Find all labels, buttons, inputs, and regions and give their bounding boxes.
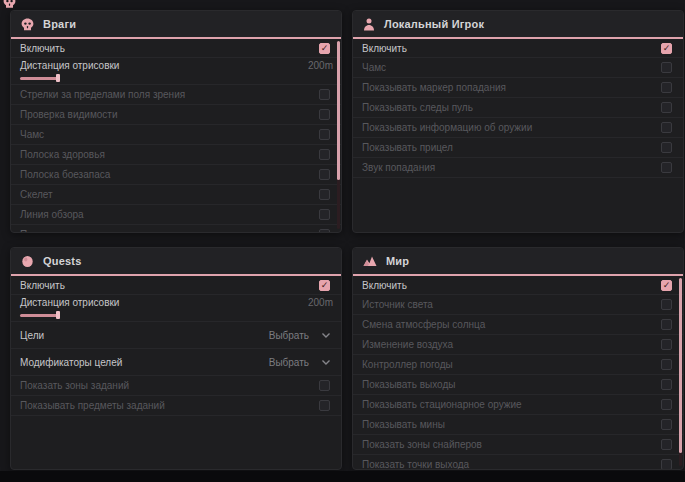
- row-label: Показать зоны заданий: [20, 380, 129, 391]
- settings-row: Контроллер погоды: [353, 355, 683, 375]
- panel-title: Локальный Игрок: [384, 18, 484, 30]
- checkbox[interactable]: [661, 359, 672, 370]
- panel-world: Мир Включить✓Источник светаСмена атмосфе…: [352, 247, 684, 470]
- row-label: Линия обзора: [20, 209, 84, 220]
- settings-row: Показывать стационарное оружие: [353, 395, 683, 415]
- panel-local-player: Локальный Игрок Включить✓ЧамсПоказывать …: [352, 10, 684, 233]
- slider-handle[interactable]: [56, 74, 60, 82]
- settings-row: Полоска здоровья: [11, 145, 341, 165]
- row-label: Включить: [20, 43, 65, 54]
- row-label: Смена атмосферы солнца: [362, 319, 485, 330]
- distance-slider[interactable]: [20, 311, 140, 319]
- checkbox[interactable]: [661, 162, 672, 173]
- slider-row-top: Дистанция отрисовки200m: [20, 60, 333, 71]
- world-icon: [363, 255, 377, 267]
- row-label: Показать зоны снайперов: [362, 439, 482, 450]
- panel-enemies-rows: Включить✓Дистанция отрисовки200mСтрелки …: [11, 39, 341, 233]
- dropdown[interactable]: Выбрать: [269, 357, 331, 368]
- settings-row: Звук попадания: [353, 158, 683, 178]
- settings-row: Дистанция отрисовки200m: [11, 295, 341, 322]
- checkbox[interactable]: [319, 109, 330, 120]
- checkbox[interactable]: ✓: [319, 280, 330, 291]
- settings-row: Включить✓: [353, 276, 683, 295]
- checkbox[interactable]: [319, 229, 330, 233]
- settings-row: Показывать следы пуль: [11, 225, 341, 233]
- checkbox[interactable]: [661, 419, 672, 430]
- checkbox[interactable]: [661, 62, 672, 73]
- bottom-edge: [0, 471, 685, 482]
- row-label: Включить: [20, 280, 65, 291]
- settings-row: Показать точки выхода: [353, 455, 683, 470]
- dropdown-value: Выбрать: [269, 330, 309, 341]
- checkbox[interactable]: [319, 380, 330, 391]
- settings-row: Смена атмосферы солнца: [353, 315, 683, 335]
- player-icon: [363, 18, 375, 31]
- distance-slider[interactable]: [20, 74, 140, 82]
- checkbox[interactable]: ✓: [319, 43, 330, 54]
- checkbox[interactable]: [661, 122, 672, 133]
- slider-handle[interactable]: [56, 311, 60, 319]
- checkbox[interactable]: [661, 82, 672, 93]
- checkbox[interactable]: [319, 89, 330, 100]
- scrollbar-thumb[interactable]: [337, 41, 340, 180]
- row-label: Источник света: [362, 299, 433, 310]
- slider-value: 200m: [308, 297, 333, 308]
- dropdown[interactable]: Выбрать: [269, 330, 331, 341]
- slider-fill: [20, 314, 58, 317]
- checkbox[interactable]: [661, 339, 672, 350]
- row-label: Звук попадания: [362, 162, 435, 173]
- row-label: Показывать маркер попадания: [362, 82, 506, 93]
- cursor-skull-icon: [3, 0, 16, 13]
- chevron-down-icon: [321, 332, 331, 339]
- checkbox[interactable]: [661, 319, 672, 330]
- checkbox[interactable]: [319, 400, 330, 411]
- scrollbar-thumb[interactable]: [679, 278, 682, 453]
- checkbox[interactable]: [661, 142, 672, 153]
- row-label: Скелет: [20, 189, 53, 200]
- checkbox[interactable]: [319, 189, 330, 200]
- checkbox[interactable]: [661, 299, 672, 310]
- settings-row: Показывать маркер попадания: [353, 78, 683, 98]
- checkbox[interactable]: [319, 129, 330, 140]
- checkbox[interactable]: [661, 439, 672, 450]
- skull-icon: [21, 18, 34, 31]
- settings-row: Показать зоны заданий: [11, 376, 341, 396]
- settings-row: Дистанция отрисовки200m: [11, 58, 341, 85]
- row-label: Включить: [362, 43, 407, 54]
- panel-title: Враги: [43, 18, 76, 30]
- scrollbar[interactable]: [679, 278, 682, 466]
- checkbox[interactable]: ✓: [661, 43, 672, 54]
- panel-enemies: Враги Включить✓Дистанция отрисовки200mСт…: [10, 10, 342, 233]
- checkbox[interactable]: [319, 169, 330, 180]
- row-label: Показывать выходы: [362, 379, 455, 390]
- checkbox[interactable]: [661, 459, 672, 470]
- checkbox[interactable]: [661, 399, 672, 410]
- checkbox[interactable]: [661, 379, 672, 390]
- panel-quests-rows: Включить✓Дистанция отрисовки200mЦелиВыбр…: [11, 276, 341, 416]
- panel-quests-header: Quests: [11, 248, 341, 274]
- row-label: Показывать предметы заданий: [20, 400, 165, 411]
- checkbox[interactable]: [319, 209, 330, 220]
- chevron-down-icon: [321, 359, 331, 366]
- row-label: Цели: [20, 330, 44, 341]
- checkbox[interactable]: ✓: [661, 280, 672, 291]
- settings-row: ЦелиВыбрать: [11, 322, 341, 349]
- row-label: Показывать следы пуль: [362, 102, 473, 113]
- checkbox[interactable]: [319, 149, 330, 160]
- row-label: Показывать мины: [362, 419, 445, 430]
- settings-row: Модификаторы целейВыбрать: [11, 349, 341, 376]
- scrollbar[interactable]: [337, 41, 340, 229]
- settings-row: Показывать выходы: [353, 375, 683, 395]
- settings-row: Чамс: [11, 125, 341, 145]
- settings-row: Включить✓: [353, 39, 683, 58]
- panel-title: Мир: [386, 255, 409, 267]
- row-label: Полоска боезапаса: [20, 169, 110, 180]
- row-label: Изменение воздуха: [362, 339, 453, 350]
- panel-world-rows: Включить✓Источник светаСмена атмосферы с…: [353, 276, 683, 470]
- checkbox[interactable]: [661, 102, 672, 113]
- row-label: Показывать прицел: [362, 142, 453, 153]
- panel-local-player-header: Локальный Игрок: [353, 11, 683, 37]
- panel-quests: Quests Включить✓Дистанция отрисовки200mЦ…: [10, 247, 342, 470]
- settings-row: Показывать информацию об оружии: [353, 118, 683, 138]
- settings-row: Стрелки за пределами поля зрения: [11, 85, 341, 105]
